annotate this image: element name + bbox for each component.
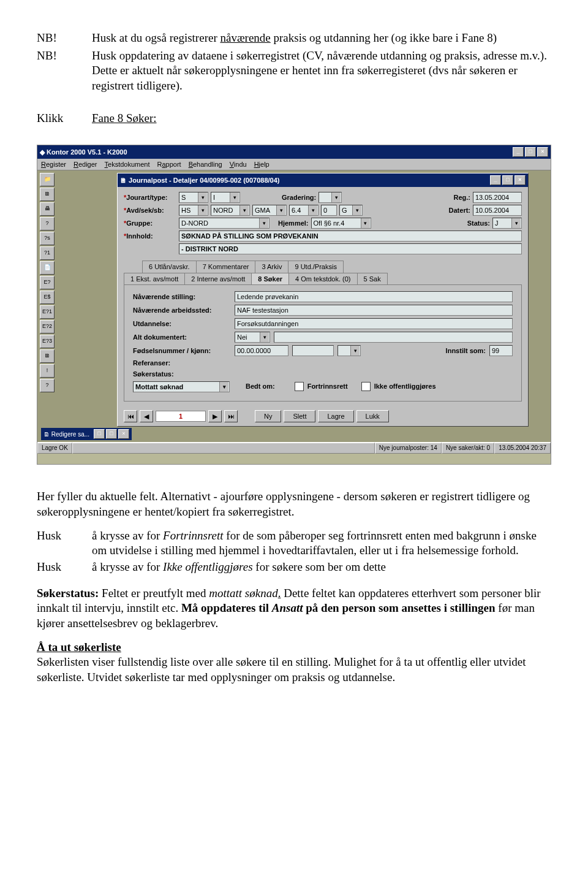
- tab-soker[interactable]: 8 Søker: [251, 273, 289, 284]
- toolbar-btn-11[interactable]: E?2: [40, 320, 55, 333]
- nav-first-button[interactable]: ⏮: [124, 410, 137, 422]
- ikkeoffentlig-checkbox[interactable]: [361, 382, 371, 391]
- minwin-close[interactable]: ×: [118, 429, 129, 439]
- reg-field[interactable]: 13.05.2004: [473, 192, 522, 203]
- menu-register[interactable]: Register: [41, 160, 66, 169]
- fortrinnsrett-checkbox[interactable]: [295, 382, 304, 391]
- innhold-field-2[interactable]: - DISTRIKT NORD: [179, 243, 522, 254]
- nav-last-button[interactable]: ⏭: [224, 410, 238, 422]
- jp-close-button[interactable]: ×: [514, 175, 526, 185]
- minwin-restore[interactable]: □: [94, 429, 105, 439]
- toolbar-btn-12[interactable]: E?3: [40, 335, 55, 348]
- gradering-field[interactable]: [318, 192, 342, 203]
- note-nb1-text: Husk at du også registrerer nåværende pr…: [92, 31, 551, 46]
- avd-field-3[interactable]: GMA: [252, 205, 287, 216]
- avd-num-1[interactable]: 6.4: [289, 205, 318, 216]
- tab-arkiv[interactable]: 3 Arkiv: [255, 261, 288, 272]
- innstilt-field[interactable]: 99: [489, 345, 513, 356]
- avd-num-3[interactable]: G: [339, 205, 363, 216]
- hjemmel-field[interactable]: Ofl §6 nr.4: [311, 218, 371, 229]
- workspace: 📁 🗎 🖶 ? ?s ?1 📄 E? E$ E?1 E?2 E?3 🗎 ! ? …: [37, 170, 551, 454]
- altdok-text[interactable]: [274, 332, 513, 343]
- klikk-label: Klikk: [37, 111, 92, 126]
- kjonn-dd[interactable]: [337, 345, 361, 356]
- sokerliste-text: Søkerlisten viser fullstendig liste over…: [37, 655, 526, 684]
- lukk-button[interactable]: Lukk: [356, 410, 389, 422]
- slett-button[interactable]: Slett: [284, 410, 315, 422]
- minwin-max[interactable]: □: [106, 429, 117, 439]
- innhold-field-1[interactable]: SØKNAD PÅ STILLING SOM PRØVEKANIN: [179, 230, 522, 242]
- toolbar-btn-7[interactable]: 📄: [40, 261, 55, 275]
- menu-vindu[interactable]: Vindu: [230, 160, 247, 169]
- jp-minimize-button[interactable]: _: [490, 175, 501, 185]
- jourart-field-2[interactable]: I: [211, 192, 240, 203]
- minimized-window-icon: 🗎: [43, 430, 50, 438]
- reg-label: Reg.:: [454, 193, 471, 202]
- toolbar-btn-1[interactable]: 📁: [40, 173, 55, 186]
- toolbar-btn-10[interactable]: E?1: [40, 305, 55, 319]
- journalpost-icon: 🗎: [120, 176, 127, 185]
- jp-maximize-button[interactable]: □: [502, 175, 513, 185]
- status-journalposter: Nye journalposter: 14: [375, 443, 442, 454]
- menu-hjelp[interactable]: Hjelp: [254, 160, 270, 169]
- tab-om-tekstdok[interactable]: 4 Om tekstdok. (0): [288, 273, 357, 284]
- arbeidssted-field[interactable]: NAF testestasjon: [235, 305, 513, 316]
- stilling-label: Nåværende stilling:: [133, 292, 231, 301]
- gradering-label: Gradering:: [282, 193, 316, 202]
- menu-tekstdokument[interactable]: Tekstdokument: [105, 160, 150, 169]
- toolbar-btn-14[interactable]: !: [40, 364, 55, 378]
- datert-field[interactable]: 10.05.2004: [473, 205, 522, 216]
- jourart-field-1[interactable]: S: [179, 192, 208, 203]
- note-nb2-label: NB!: [37, 48, 92, 94]
- altdok-field[interactable]: Nei: [235, 332, 270, 343]
- tabbody-soker: Nåværende stilling: Ledende prøvekanin N…: [124, 284, 522, 402]
- husk1-label: Husk: [37, 528, 92, 558]
- minimize-button[interactable]: _: [513, 147, 524, 157]
- tab-ekst-avs[interactable]: 1 Ekst. avs/mott: [124, 273, 185, 284]
- kjonn-field[interactable]: [292, 345, 334, 356]
- tab-utlan[interactable]: 6 Utlån/avskr.: [142, 261, 197, 272]
- menu-rapport[interactable]: Rapport: [157, 160, 181, 169]
- nav-next-button[interactable]: ▶: [208, 410, 222, 422]
- menu-behandling[interactable]: Behandling: [189, 160, 222, 169]
- toolbar-btn-2[interactable]: 🗎: [40, 188, 55, 201]
- para-sokerliste: Å ta ut søkerliste Søkerlisten viser ful…: [37, 640, 551, 685]
- note-nb2-text: Husk oppdatering av dataene i søkerregis…: [92, 48, 551, 94]
- nav-counter: 1: [156, 411, 206, 422]
- innstilt-label: Innstilt som:: [446, 346, 486, 355]
- toolbar-btn-13[interactable]: 🗎: [40, 349, 55, 363]
- fnr-field[interactable]: 00.00.0000: [235, 345, 288, 356]
- status-field[interactable]: J: [492, 218, 522, 229]
- toolbar-btn-4[interactable]: ?: [40, 217, 55, 230]
- minimized-window[interactable]: 🗎 Redigere sa... □ □ ×: [41, 428, 132, 440]
- toolbar-btn-3[interactable]: 🖶: [40, 202, 55, 216]
- klikk-link: Fane 8 Søker:: [92, 112, 157, 124]
- menu-rediger[interactable]: Rediger: [74, 160, 97, 169]
- arbeidssted-label: Nåværende arbeidssted:: [133, 306, 231, 314]
- stilling-field[interactable]: Ledende prøvekanin: [235, 291, 513, 302]
- tab-sak[interactable]: 5 Sak: [357, 273, 388, 284]
- close-button[interactable]: ×: [537, 147, 548, 157]
- maximize-button[interactable]: □: [525, 147, 536, 157]
- tab-utd-praksis[interactable]: 9 Utd./Praksis: [288, 261, 343, 272]
- toolbar-btn-5[interactable]: ?s: [40, 232, 55, 245]
- lagre-button[interactable]: Lagre: [318, 410, 353, 422]
- tab-kommentarer[interactable]: 7 Kommentarer: [196, 261, 256, 272]
- avd-field-1[interactable]: HS: [179, 205, 208, 216]
- toolbar-btn-15[interactable]: ?: [40, 379, 55, 392]
- toolbar-btn-6[interactable]: ?1: [40, 246, 55, 260]
- toolbar-btn-9[interactable]: E$: [40, 291, 55, 304]
- tab-interne-avs[interactable]: 2 Interne avs/mott: [184, 273, 252, 284]
- husk2-label: Husk: [37, 560, 92, 575]
- menubar: Register Rediger Tekstdokument Rapport B…: [37, 159, 551, 170]
- avd-field-2[interactable]: NORD: [211, 205, 250, 216]
- nav-prev-button[interactable]: ◀: [140, 410, 153, 422]
- innhold-label: Innhold:: [124, 232, 176, 240]
- gruppe-field[interactable]: D-NORD: [179, 218, 270, 229]
- toolbar-btn-8[interactable]: E?: [40, 276, 55, 289]
- status-label: Status:: [467, 219, 490, 227]
- utdannelse-field[interactable]: Forsøksutdanningen: [235, 318, 513, 329]
- avd-num-2[interactable]: 0: [321, 205, 337, 216]
- ny-button[interactable]: Ny: [255, 410, 281, 422]
- sokerstatus-field[interactable]: Mottatt søknad: [133, 381, 230, 392]
